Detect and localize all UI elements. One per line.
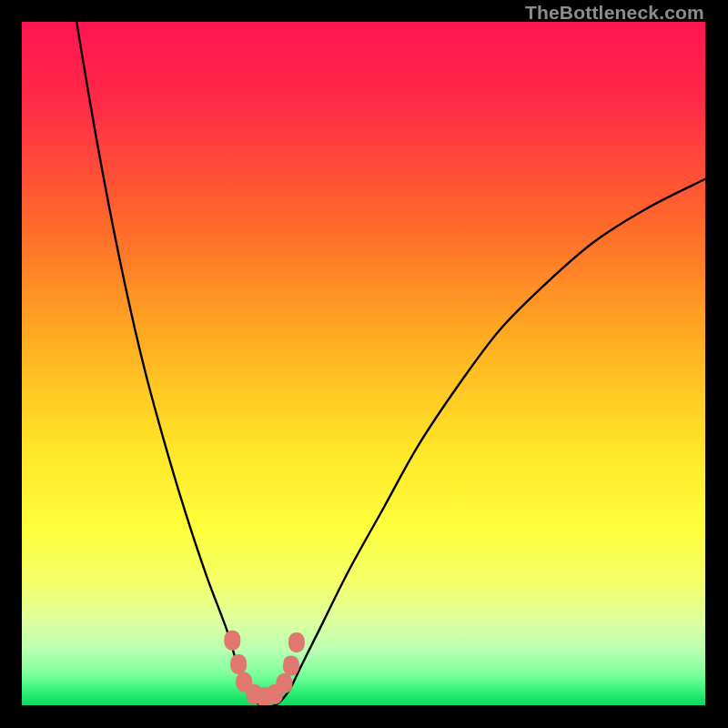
valley-marker bbox=[230, 654, 247, 674]
valley-marker bbox=[224, 631, 240, 651]
valley-marker bbox=[276, 673, 292, 693]
chart-frame: TheBottleneck.com bbox=[0, 0, 728, 728]
watermark-text: TheBottleneck.com bbox=[525, 2, 704, 24]
valley-marker bbox=[283, 655, 299, 675]
bottleneck-curve bbox=[22, 22, 705, 705]
valley-marker bbox=[288, 632, 305, 652]
plot-area bbox=[22, 22, 705, 705]
